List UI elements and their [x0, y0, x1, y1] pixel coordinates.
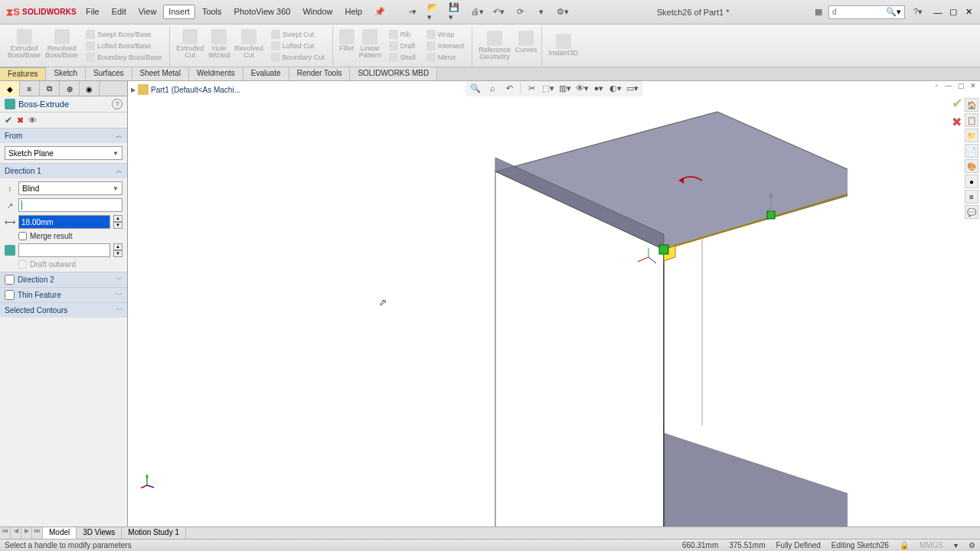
menu-help[interactable]: Help: [340, 5, 368, 19]
menu-edit[interactable]: Edit: [106, 5, 132, 19]
search-input[interactable]: [832, 8, 886, 16]
extruded-boss-button[interactable]: Extruded Boss/Base: [8, 29, 41, 63]
direction2-checkbox[interactable]: [5, 275, 15, 285]
section-direction2[interactable]: Direction 2﹀: [0, 272, 127, 287]
property-help-icon[interactable]: ?: [112, 99, 122, 109]
tab-sheet-metal[interactable]: Sheet Metal: [132, 67, 189, 80]
task-appearances-icon[interactable]: ●: [965, 174, 978, 188]
draft-angle-input[interactable]: [18, 243, 110, 257]
viewport-link-icon[interactable]: ▫: [931, 81, 942, 90]
minimize-icon[interactable]: —: [931, 6, 945, 18]
from-dropdown[interactable]: Sketch Plane▼: [5, 146, 122, 160]
open-icon[interactable]: 📂▾: [427, 5, 441, 19]
tab-3d-views[interactable]: 3D Views: [77, 527, 122, 539]
rib-button[interactable]: Rib: [386, 29, 419, 40]
task-view-palette-icon[interactable]: 🎨: [965, 159, 978, 173]
search-box[interactable]: 🔍▾: [828, 5, 905, 19]
revolved-boss-button[interactable]: Revolved Boss/Base: [45, 29, 78, 63]
curves-button[interactable]: Curves: [515, 31, 537, 61]
revolved-cut-button[interactable]: Revolved Cut: [234, 29, 263, 63]
section-from[interactable]: From︿: [0, 129, 127, 143]
search-icon[interactable]: 🔍▾: [886, 7, 901, 17]
fillet-button[interactable]: Fillet: [339, 29, 354, 63]
help-icon[interactable]: ?▾: [911, 5, 925, 19]
status-lock-icon[interactable]: 🔒: [900, 541, 909, 549]
options-icon[interactable]: ⚙▾: [556, 5, 570, 19]
display-manager-tab-icon[interactable]: ◉: [80, 81, 100, 96]
zoom-fit-icon[interactable]: 🔍: [469, 81, 482, 95]
accept-icon[interactable]: ✔: [5, 115, 12, 126]
property-manager-tab-icon[interactable]: ≡: [20, 81, 40, 96]
tab-nav-last-icon[interactable]: ⏭: [32, 527, 43, 539]
viewport-close-icon[interactable]: ✕: [968, 81, 978, 90]
instant3d-button[interactable]: Instant3D: [548, 34, 578, 57]
tab-features[interactable]: Features: [0, 67, 46, 80]
zoom-area-icon[interactable]: ⌕: [485, 81, 499, 95]
section-selected-contours[interactable]: Selected Contours﹀: [0, 303, 127, 318]
tab-model[interactable]: Model: [43, 527, 77, 539]
tab-surfaces[interactable]: Surfaces: [86, 67, 132, 80]
maximize-icon[interactable]: ▢: [946, 6, 960, 18]
swept-cut-button[interactable]: Swept Cut: [268, 29, 328, 40]
task-forum-icon[interactable]: 💬: [965, 205, 978, 219]
section-direction1[interactable]: Direction 1︿: [0, 164, 127, 178]
reverse-direction-icon[interactable]: ↕: [5, 183, 15, 194]
lofted-boss-button[interactable]: Lofted Boss/Base: [83, 41, 165, 51]
task-file-explorer-icon[interactable]: 📄: [965, 144, 978, 158]
flyout-tree[interactable]: ▶ Part1 (Default<As Machi...: [131, 84, 240, 95]
linear-pattern-button[interactable]: Linear Pattern: [359, 29, 381, 63]
hole-wizard-button[interactable]: Hole Wizard: [208, 29, 230, 63]
intersect-button[interactable]: Intersect: [423, 41, 468, 51]
menu-photoview[interactable]: PhotoView 360: [229, 5, 296, 19]
tab-nav-next-icon[interactable]: ▶: [21, 527, 32, 539]
view-settings-icon[interactable]: ▭▾: [626, 81, 639, 95]
end-condition-dropdown[interactable]: Blind▼: [18, 181, 122, 195]
direction-vector-icon[interactable]: ↗: [5, 200, 15, 210]
tab-nav-prev-icon[interactable]: ◀: [11, 527, 21, 539]
wrap-button[interactable]: Wrap: [423, 29, 468, 40]
feature-manager-tab-icon[interactable]: ◆: [0, 81, 20, 96]
layout-icon[interactable]: ▦: [812, 5, 825, 19]
task-design-lib-icon[interactable]: 📁: [965, 129, 978, 142]
lofted-cut-button[interactable]: Lofted Cut: [268, 41, 328, 51]
new-icon[interactable]: ▫▾: [406, 5, 420, 19]
save-icon[interactable]: 💾▾: [449, 5, 462, 19]
view-orientation-icon[interactable]: ⬚▾: [541, 81, 555, 95]
tab-nav-first-icon[interactable]: ⏮: [0, 527, 11, 539]
status-chevron-icon[interactable]: ▾: [954, 541, 958, 549]
spin-down-icon[interactable]: ▼: [113, 222, 122, 229]
spin-up-icon[interactable]: ▲: [113, 215, 122, 222]
merge-result-checkbox[interactable]: [18, 232, 27, 240]
menu-window[interactable]: Window: [297, 5, 338, 19]
swept-boss-button[interactable]: Swept Boss/Base: [83, 29, 165, 40]
viewport-min-icon[interactable]: —: [943, 81, 954, 90]
menu-insert[interactable]: Insert: [163, 5, 195, 19]
task-resources-icon[interactable]: 📋: [965, 113, 978, 127]
cancel-icon[interactable]: ✖: [17, 116, 24, 126]
depth-input[interactable]: 18.00mm: [18, 215, 110, 229]
status-units[interactable]: MMGS: [920, 541, 943, 549]
tab-sketch[interactable]: Sketch: [46, 67, 86, 80]
task-home-icon[interactable]: 🏠: [965, 98, 978, 112]
select-icon[interactable]: ▾: [534, 5, 548, 19]
extruded-cut-button[interactable]: Extruded Cut: [176, 29, 204, 63]
boundary-cut-button[interactable]: Boundary Cut: [268, 52, 328, 63]
expand-tree-icon[interactable]: ▶: [131, 86, 136, 93]
configuration-manager-tab-icon[interactable]: ⧉: [40, 81, 60, 96]
thin-feature-checkbox[interactable]: [5, 290, 15, 300]
hide-show-icon[interactable]: 👁▾: [575, 81, 589, 95]
edit-appearance-icon[interactable]: ●▾: [592, 81, 606, 95]
task-custom-props-icon[interactable]: ≡: [965, 190, 978, 204]
menu-view[interactable]: View: [133, 5, 162, 19]
display-style-icon[interactable]: ▥▾: [558, 81, 572, 95]
ref-geometry-button[interactable]: Reference Geometry: [479, 31, 511, 61]
spin-down-icon[interactable]: ▼: [113, 250, 122, 257]
menu-file[interactable]: File: [80, 5, 105, 19]
rebuild-icon[interactable]: ⟳: [513, 5, 527, 19]
detailed-preview-icon[interactable]: 👁: [28, 116, 37, 125]
confirm-feature-icon[interactable]: ✔: [952, 95, 963, 112]
direction-vector-input[interactable]: [18, 198, 122, 212]
tab-motion-study[interactable]: Motion Study 1: [122, 527, 186, 539]
menu-tools[interactable]: Tools: [197, 5, 227, 19]
spin-up-icon[interactable]: ▲: [113, 243, 122, 250]
